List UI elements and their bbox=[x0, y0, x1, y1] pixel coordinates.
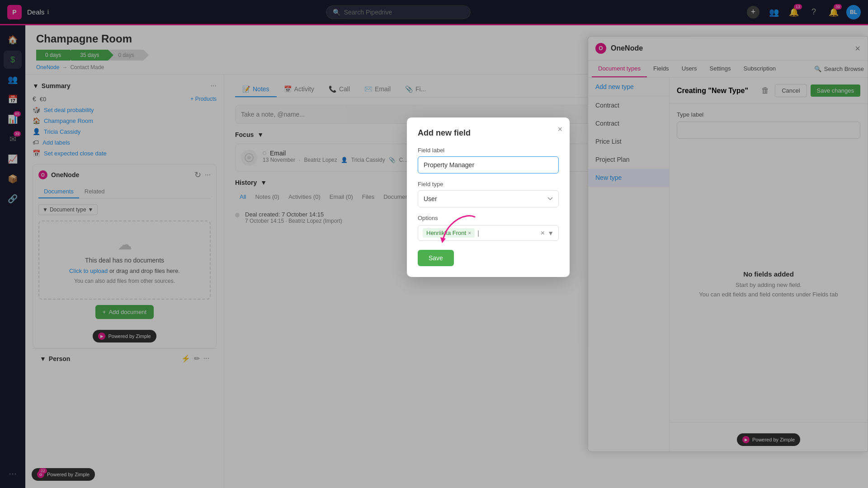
add-field-modal: Add new field × Field label Field type U… bbox=[407, 117, 570, 277]
options-text-input[interactable] bbox=[477, 230, 538, 237]
options-input-row: Henriikka Front × × ▼ bbox=[418, 225, 559, 241]
modal-save-button[interactable]: Save bbox=[418, 250, 454, 266]
options-label: Options bbox=[418, 215, 559, 221]
options-clear-btn[interactable]: × bbox=[541, 229, 545, 237]
options-section: Options Henriikka Front × × ▼ bbox=[418, 215, 559, 241]
modal-close-button[interactable]: × bbox=[557, 125, 562, 134]
field-label-input[interactable] bbox=[418, 156, 559, 174]
option-tag-remove[interactable]: × bbox=[468, 230, 471, 236]
option-tag: Henriikka Front × bbox=[423, 228, 475, 238]
field-type-title: Field type bbox=[418, 181, 559, 188]
options-dropdown-btn[interactable]: ▼ bbox=[547, 230, 554, 237]
field-type-select[interactable]: User Text Date bbox=[418, 190, 559, 207]
modal-title: Add new field bbox=[418, 128, 559, 138]
modal-overlay[interactable]: Add new field × Field label Field type U… bbox=[0, 0, 868, 488]
field-label-title: Field label bbox=[418, 147, 559, 154]
